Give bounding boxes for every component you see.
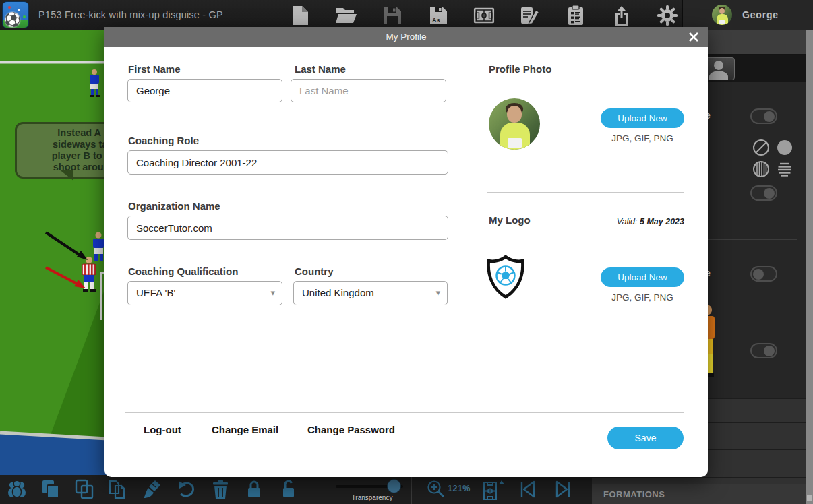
transparency-label: Transparency — [332, 494, 413, 501]
formations-panel-header[interactable]: FORMATIONS — [592, 484, 806, 504]
first-name-input[interactable] — [127, 79, 282, 102]
open-folder-button[interactable] — [336, 5, 357, 26]
formations-label: FORMATIONS — [603, 489, 665, 499]
profile-photo-label: Profile Photo — [489, 63, 551, 75]
notes-edit-button[interactable] — [519, 5, 541, 26]
transparency-slider-knob[interactable] — [387, 479, 401, 493]
no-fill-icon[interactable] — [754, 140, 769, 155]
brush-tool-button[interactable] — [142, 479, 162, 499]
pitch-view-button[interactable] — [473, 5, 495, 26]
app-window: Instead A plays sideways tap-pas player … — [0, 0, 813, 504]
undo-button[interactable] — [177, 479, 197, 499]
country-label: Country — [295, 265, 334, 277]
session-plan-button[interactable] — [565, 5, 586, 26]
user-avatar[interactable] — [712, 5, 732, 25]
logo-valid-text: Valid: 5 May 2023 — [576, 217, 684, 226]
solid-fill-icon[interactable] — [777, 140, 792, 155]
user-account-zone[interactable]: George — [682, 0, 813, 30]
pitch-select-button[interactable] — [482, 479, 502, 499]
zoom-level-value[interactable]: 121% — [448, 484, 471, 493]
coaching-role-label: Coaching Role — [128, 135, 199, 146]
movement-arrow-red[interactable] — [46, 267, 86, 288]
player-striped[interactable] — [82, 257, 96, 292]
copy-filled-button[interactable] — [40, 479, 61, 499]
settings-gear-button[interactable] — [657, 5, 678, 26]
fill-style-icons — [752, 138, 800, 157]
upload-photo-button[interactable]: Upload New — [601, 108, 684, 128]
stripe-style-icons — [752, 160, 800, 179]
coaching-qualification-select[interactable]: UEFA 'B' ▾ — [127, 281, 282, 305]
save-as-text: As — [432, 17, 440, 24]
duplicate-pages-button[interactable] — [107, 479, 127, 499]
soccer-ball-icon: ⚽ — [4, 11, 21, 28]
my-profile-dialog: My Profile First Name Last Name Coaching… — [104, 27, 708, 477]
movement-arrow-black[interactable] — [46, 232, 88, 260]
my-logo-label: My Logo — [489, 214, 531, 226]
section-divider — [487, 192, 684, 193]
photo-formats-text: JPG, GIF, PNG — [601, 133, 684, 144]
footer-divider — [125, 412, 684, 413]
logo-formats-text: JPG, GIF, PNG — [601, 292, 684, 303]
coaching-qualification-value: UEFA 'B' — [136, 287, 175, 298]
pitch-line — [0, 61, 121, 64]
share-export-button[interactable] — [611, 5, 632, 26]
save-as-button[interactable]: As — [427, 5, 449, 26]
change-email-button[interactable]: Change Email — [212, 424, 278, 435]
country-select[interactable]: United Kingdom ▾ — [293, 281, 448, 305]
logout-button[interactable]: Log-out — [144, 424, 181, 435]
logo-valid-date: 5 May 2023 — [640, 217, 684, 226]
last-name-label: Last Name — [295, 63, 346, 75]
profile-photo — [489, 98, 540, 150]
sidebar-toggle-1[interactable] — [750, 108, 777, 124]
copy-outline-button[interactable] — [74, 479, 94, 499]
next-frame-button[interactable] — [553, 479, 573, 499]
app-logo-icon[interactable]: ⚽ — [2, 1, 29, 28]
organization-name-input[interactable] — [127, 216, 448, 240]
unlock-button[interactable] — [278, 479, 298, 499]
save-profile-button[interactable]: Save — [607, 427, 684, 449]
last-name-input[interactable] — [291, 79, 446, 102]
horizontal-stripes-icon[interactable] — [778, 164, 791, 176]
user-name: George — [742, 9, 779, 20]
logo-image — [485, 255, 526, 299]
sidebar-toggle-4[interactable] — [750, 343, 777, 358]
dialog-header: My Profile — [104, 27, 708, 47]
first-name-label: First Name — [128, 63, 181, 75]
lock-button[interactable] — [244, 479, 264, 499]
close-icon[interactable] — [686, 30, 701, 44]
chevron-down-icon: ▾ — [435, 288, 440, 298]
vertical-stripes-icon[interactable] — [754, 162, 769, 177]
dialog-title: My Profile — [104, 32, 708, 42]
player-photo-placeholder[interactable] — [704, 57, 735, 80]
delete-trash-button[interactable] — [210, 479, 231, 499]
placeholder-person-icon — [714, 61, 723, 70]
zoom-tool-button[interactable] — [426, 479, 446, 499]
player-blue-top[interactable] — [90, 69, 100, 97]
upload-logo-button[interactable]: Upload New — [601, 267, 684, 287]
sidebar-divider — [705, 239, 797, 240]
player-blue-mid[interactable] — [93, 232, 104, 261]
document-title: P153 Free-kick with mix-up disguise - GP — [38, 9, 223, 20]
organization-name-label: Organization Name — [128, 200, 220, 212]
title-bar: ⚽ P153 Free-kick with mix-up disguise - … — [0, 0, 813, 30]
previous-frame-button[interactable] — [518, 479, 538, 499]
sidebar-toggle-2[interactable] — [750, 185, 777, 201]
change-password-button[interactable]: Change Password — [307, 424, 395, 435]
save-button[interactable] — [382, 5, 403, 26]
chevron-down-icon: ▾ — [270, 288, 275, 298]
coaching-role-input[interactable] — [127, 150, 448, 175]
bottom-toolbar: Transparency 121% — [0, 475, 592, 504]
coaching-qualification-label: Coaching Qualification — [128, 265, 238, 277]
new-file-button[interactable] — [290, 5, 311, 26]
country-value: United Kingdom — [302, 287, 374, 298]
sidebar-toggle-3[interactable] — [750, 266, 777, 282]
sidebar-scrollbar[interactable] — [806, 30, 813, 504]
players-tool-button[interactable] — [7, 479, 27, 499]
